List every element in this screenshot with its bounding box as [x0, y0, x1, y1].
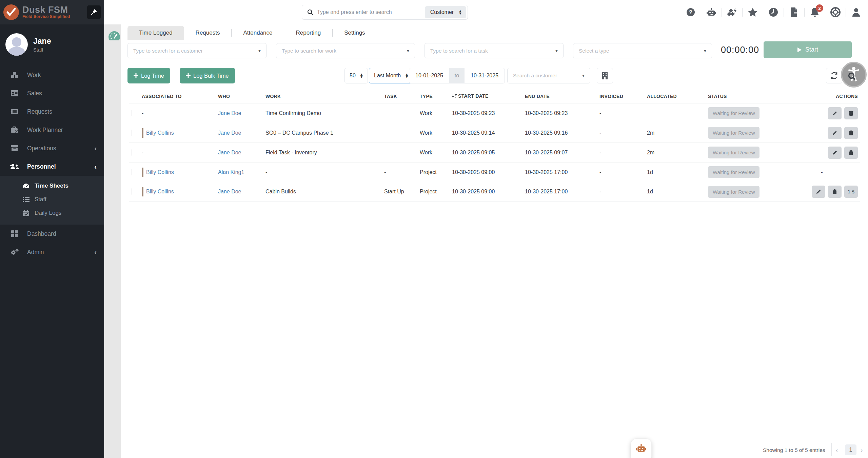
delete-button[interactable] [844, 147, 858, 159]
customer-search-select[interactable]: Search a customer ▼ [507, 68, 590, 83]
page-size-select[interactable]: 50 ▲▼ [344, 68, 368, 83]
sidebar-item-work-planner[interactable]: Work Planner [0, 121, 104, 139]
submenu-item-daily-logs[interactable]: Daily Logs [0, 206, 104, 220]
search-scope-select[interactable]: Customer ▲▼ [425, 6, 466, 18]
edit-button[interactable] [828, 107, 842, 119]
invoice-button[interactable]: 1 $ [844, 186, 858, 198]
col-start-date[interactable]: START DATE [449, 93, 522, 99]
associated-to-link[interactable]: Billy Collins [146, 130, 174, 136]
row-checkbox[interactable] [132, 130, 132, 136]
col-who[interactable]: WHO [215, 94, 263, 99]
refresh-button[interactable] [826, 68, 842, 83]
start-timer-button[interactable]: Start [764, 41, 852, 58]
delete-button[interactable] [828, 186, 842, 198]
row-checkbox[interactable] [132, 188, 132, 195]
user-profile[interactable]: Jane Staff [0, 24, 104, 66]
tab-requests[interactable]: Requests [184, 26, 232, 40]
col-end-date[interactable]: END DATE [522, 94, 597, 99]
who-link[interactable]: Jane Doe [218, 110, 241, 116]
gears-icon [9, 248, 20, 256]
sidebar-item-dashboard[interactable]: Dashboard [0, 225, 104, 243]
invoiced-cell: - [597, 169, 644, 175]
submenu-item-label: Daily Logs [35, 210, 61, 216]
submenu-item-staff[interactable]: Staff [0, 193, 104, 206]
search-input[interactable] [314, 9, 425, 15]
end-date-cell: 10-30-2025 09:07 [522, 150, 597, 156]
delete-button[interactable] [844, 107, 858, 119]
tab-time-logged[interactable]: Time Logged [127, 26, 184, 40]
global-search[interactable]: Customer ▲▼ [302, 5, 468, 20]
date-from-input[interactable]: 10-01-2025 [409, 68, 449, 83]
tab-settings[interactable]: Settings [333, 26, 376, 40]
cubes-bolt-icon[interactable] [726, 6, 738, 18]
edit-button[interactable] [828, 127, 842, 139]
sidebar-item-label: Operations [27, 145, 94, 152]
col-work[interactable]: WORK [263, 94, 381, 99]
chatbot-launcher-button[interactable] [631, 438, 652, 458]
col-type[interactable]: TYPE [417, 94, 449, 99]
sidebar-item-admin[interactable]: Admin ‹ [0, 243, 104, 261]
personnel-submenu: Time Sheets Staff Daily Logs [0, 176, 104, 225]
star-icon[interactable] [747, 6, 758, 18]
pagination-page-1[interactable]: 1 [845, 444, 856, 455]
log-time-button[interactable]: Log Time [127, 68, 170, 83]
delete-button[interactable] [844, 127, 858, 139]
pagination-prev[interactable]: ‹ [836, 446, 838, 454]
caret-down-icon: ▼ [703, 49, 707, 53]
accessibility-widget-button[interactable] [841, 62, 867, 88]
play-icon [797, 47, 802, 53]
sidebar-item-personnel[interactable]: Personnel ‹ [0, 157, 104, 176]
brand-tagline: Field Service Simplified [22, 14, 87, 19]
date-range-select[interactable]: Last Month ▲▼ [369, 68, 413, 83]
export-icon[interactable] [788, 6, 800, 18]
brand-logo-icon[interactable] [3, 4, 19, 20]
row-checkbox[interactable] [132, 169, 132, 175]
divider [784, 8, 784, 17]
col-status[interactable]: STATUS [705, 94, 783, 99]
edit-button[interactable] [828, 147, 842, 159]
customer-filter-select[interactable]: Type to search for a customer ▼ [127, 43, 267, 58]
tab-reporting[interactable]: Reporting [284, 26, 332, 40]
who-link[interactable]: Alan King1 [218, 169, 244, 175]
associated-to-link[interactable]: Billy Collins [146, 169, 174, 175]
bell-icon[interactable]: 2 [809, 6, 821, 18]
submenu-item-time-sheets[interactable]: Time Sheets [0, 179, 104, 193]
who-link[interactable]: Jane Doe [218, 150, 241, 155]
task-cell: Start Up [381, 189, 417, 195]
robot-icon[interactable] [706, 6, 717, 18]
lifering-icon[interactable] [830, 6, 841, 18]
work-cell: - [263, 169, 381, 175]
edit-button[interactable] [812, 186, 825, 198]
col-associated-to[interactable]: ASSOCIATED TO [139, 94, 215, 99]
who-link[interactable]: Jane Doe [218, 189, 241, 194]
chevron-left-icon: ‹ [94, 163, 97, 171]
clock-icon[interactable] [768, 6, 779, 18]
work-filter-select[interactable]: Type to search for work ▼ [276, 43, 415, 58]
sidebar-item-sales[interactable]: Sales [0, 84, 104, 102]
associated-to-link[interactable]: Billy Collins [146, 189, 174, 195]
table-row: - Jane Doe Time Confirming Demo Work 10-… [129, 103, 860, 123]
trash-icon [832, 189, 837, 194]
type-cell: Project [417, 189, 449, 195]
pagination-next[interactable]: › [861, 446, 863, 454]
placeholder-text: Type to search for a customer [133, 48, 203, 54]
who-link[interactable]: Jane Doe [218, 130, 241, 136]
col-task[interactable]: TASK [381, 94, 417, 99]
type-filter-select[interactable]: Select a type ▼ [573, 43, 712, 58]
company-filter-button[interactable] [597, 68, 613, 83]
sidebar-item-requests[interactable]: Requests [0, 102, 104, 121]
allocated-cell: 1d [644, 169, 705, 175]
col-allocated[interactable]: ALLOCATED [644, 94, 705, 99]
help-icon[interactable]: ? [685, 6, 696, 18]
row-checkbox[interactable] [132, 110, 132, 116]
user-icon[interactable] [850, 6, 862, 18]
log-bulk-time-button[interactable]: Log Bulk Time [180, 68, 235, 83]
sidebar-item-operations[interactable]: Operations ‹ [0, 139, 104, 157]
tab-attendance[interactable]: Attendance [232, 26, 284, 40]
task-filter-select[interactable]: Type to search for a task ▼ [425, 43, 564, 58]
pin-sidebar-button[interactable] [87, 5, 101, 19]
date-to-input[interactable]: 10-31-2025 [465, 68, 505, 83]
sidebar-item-work[interactable]: Work [0, 66, 104, 84]
row-checkbox[interactable] [132, 149, 132, 156]
col-invoiced[interactable]: INVOICED [597, 94, 644, 99]
